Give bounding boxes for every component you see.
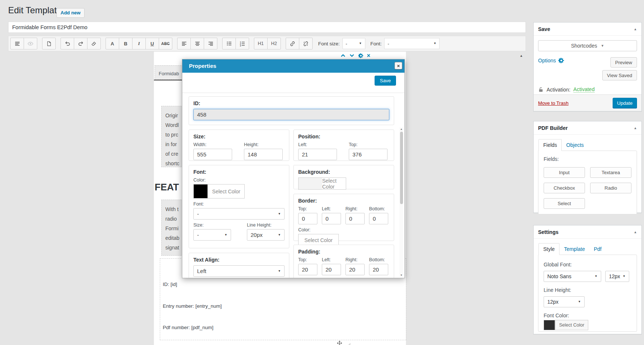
settings-panel-header[interactable]: Settings ▲ bbox=[534, 225, 641, 239]
modal-scrollbar[interactable]: ▲ ▼ bbox=[399, 127, 403, 277]
font-size-select[interactable]: - ▼ bbox=[193, 229, 231, 241]
border-left-input[interactable] bbox=[322, 213, 341, 224]
tab-objects[interactable]: Objects bbox=[562, 139, 588, 151]
pdf-builder-header[interactable]: PDF Builder ▲ bbox=[534, 121, 641, 135]
add-input-field-button[interactable]: Input bbox=[544, 167, 585, 178]
padding-bottom-input[interactable] bbox=[369, 264, 388, 275]
save-panel-header[interactable]: Save ▲ bbox=[534, 23, 641, 36]
delete-element-icon[interactable]: × bbox=[367, 53, 370, 58]
move-element-icon[interactable] bbox=[337, 341, 342, 345]
options-link[interactable]: Options bbox=[538, 57, 564, 63]
tab-fields[interactable]: Fields bbox=[538, 139, 562, 151]
unlock-icon bbox=[538, 87, 544, 93]
background-label: Background: bbox=[298, 169, 389, 175]
font-section-label: Font: bbox=[193, 169, 285, 175]
id-input[interactable] bbox=[193, 109, 389, 120]
add-checkbox-field-button[interactable]: Checkbox bbox=[544, 183, 585, 193]
activation-status-link[interactable]: Activated bbox=[574, 86, 595, 93]
height-input[interactable] bbox=[244, 149, 283, 160]
strikethrough-button[interactable]: ABC bbox=[159, 38, 172, 49]
border-top-input[interactable] bbox=[298, 213, 317, 224]
element-settings-gear-icon[interactable] bbox=[358, 53, 364, 58]
padding-left-input[interactable] bbox=[322, 264, 341, 275]
paste-button[interactable] bbox=[42, 38, 56, 49]
font-color-button[interactable]: A bbox=[106, 38, 119, 49]
top-input[interactable] bbox=[349, 149, 388, 160]
add-select-field-button[interactable]: Select bbox=[544, 198, 585, 209]
font-family-label: Font: bbox=[193, 201, 285, 207]
width-input[interactable] bbox=[193, 149, 232, 160]
scrollbar-thumb[interactable] bbox=[400, 132, 403, 204]
caret-down-icon: ▼ bbox=[224, 234, 227, 237]
canvas-heading[interactable]: FEAT bbox=[155, 182, 183, 193]
line-height-select[interactable]: 20px ▼ bbox=[247, 229, 285, 241]
font-select-color-button[interactable]: Select Color bbox=[208, 184, 245, 199]
add-new-button[interactable]: Add new bbox=[56, 8, 85, 18]
add-radio-field-button[interactable]: Radio bbox=[590, 183, 631, 193]
preview-eye-button[interactable] bbox=[24, 38, 37, 49]
scroll-up-icon[interactable]: ▲ bbox=[400, 128, 403, 130]
tab-pdf[interactable]: Pdf bbox=[589, 244, 606, 255]
padding-label: Padding: bbox=[298, 249, 389, 255]
scroll-down-icon[interactable]: ▼ bbox=[400, 274, 403, 276]
redo-button[interactable] bbox=[74, 38, 87, 49]
tab-template[interactable]: Template bbox=[559, 244, 589, 255]
collapse-icon[interactable]: ▲ bbox=[634, 27, 637, 31]
ordered-list-button[interactable]: 123 bbox=[235, 38, 249, 49]
background-select-color-button[interactable]: Select Color bbox=[298, 177, 346, 190]
clear-formatting-button[interactable] bbox=[87, 38, 101, 49]
font-size-select[interactable]: - ▼ bbox=[342, 38, 365, 49]
modal-save-button[interactable]: Save bbox=[375, 76, 396, 86]
border-right-input[interactable] bbox=[345, 213, 365, 224]
font-color-swatch[interactable] bbox=[544, 320, 555, 330]
link-button[interactable] bbox=[286, 38, 299, 49]
undo-icon bbox=[65, 41, 70, 46]
underline-button[interactable]: U bbox=[145, 38, 159, 49]
align-left-button[interactable] bbox=[177, 38, 191, 49]
font-color-swatch[interactable] bbox=[193, 184, 208, 199]
font-family-select[interactable]: - ▼ bbox=[193, 208, 285, 220]
update-button[interactable]: Update bbox=[613, 98, 637, 108]
move-element-up-icon[interactable] bbox=[340, 53, 346, 58]
preview-button[interactable]: Preview bbox=[610, 57, 637, 68]
shortcodes-button[interactable]: Shortcodes ▼ bbox=[538, 40, 637, 51]
collapse-icon[interactable]: ▲ bbox=[634, 230, 637, 234]
gear-icon bbox=[558, 57, 564, 63]
unlink-icon bbox=[303, 41, 309, 47]
line-height-select[interactable]: 12px ▼ bbox=[544, 296, 585, 307]
unordered-list-button[interactable] bbox=[222, 38, 236, 49]
bold-button[interactable]: B bbox=[119, 38, 132, 49]
caret-down-icon: ▼ bbox=[278, 234, 281, 237]
italic-button[interactable]: I bbox=[132, 38, 146, 49]
global-font-select[interactable]: Noto Sans ▼ bbox=[544, 271, 601, 282]
add-textarea-field-button[interactable]: Textarea bbox=[590, 167, 631, 178]
text-align-select[interactable]: Left ▼ bbox=[193, 265, 285, 277]
settings-select-color-button[interactable]: Select Color bbox=[555, 320, 588, 330]
modal-close-button[interactable]: × bbox=[395, 62, 402, 69]
align-right-button[interactable] bbox=[204, 38, 217, 49]
border-bottom-input[interactable] bbox=[369, 213, 388, 224]
resize-handle-icon[interactable] bbox=[347, 342, 351, 345]
padding-right-input[interactable] bbox=[345, 264, 365, 275]
left-input[interactable] bbox=[298, 149, 337, 160]
h2-button[interactable]: H2 bbox=[267, 38, 281, 49]
global-font-size-select[interactable]: 12px ▼ bbox=[605, 271, 629, 282]
caret-down-icon: ▼ bbox=[433, 42, 436, 45]
unlink-button[interactable] bbox=[299, 38, 313, 49]
move-element-down-icon[interactable] bbox=[349, 53, 355, 58]
paragraph-format-button[interactable] bbox=[10, 38, 24, 49]
template-title-input[interactable] bbox=[8, 21, 526, 33]
undo-button[interactable] bbox=[61, 38, 74, 49]
move-to-trash-link[interactable]: Move to Trash bbox=[538, 100, 568, 106]
view-saved-button[interactable]: View Saved bbox=[602, 70, 637, 80]
collapse-icon[interactable]: ▲ bbox=[634, 126, 637, 130]
font-select[interactable]: - ▼ bbox=[384, 38, 440, 49]
fields-tab-panel: Fields: Input Textarea Checkbox Radio Se… bbox=[538, 151, 637, 214]
border-section: Border: Top: Left: Right: B bbox=[293, 194, 394, 241]
canvas-scroll-up-icon[interactable]: ▲ bbox=[520, 54, 523, 58]
h1-button[interactable]: H1 bbox=[254, 38, 268, 49]
align-center-button[interactable] bbox=[190, 38, 204, 49]
padding-top-input[interactable] bbox=[298, 264, 317, 275]
position-section: Position: Left: Top: bbox=[293, 130, 394, 161]
tab-style[interactable]: Style bbox=[538, 243, 559, 255]
